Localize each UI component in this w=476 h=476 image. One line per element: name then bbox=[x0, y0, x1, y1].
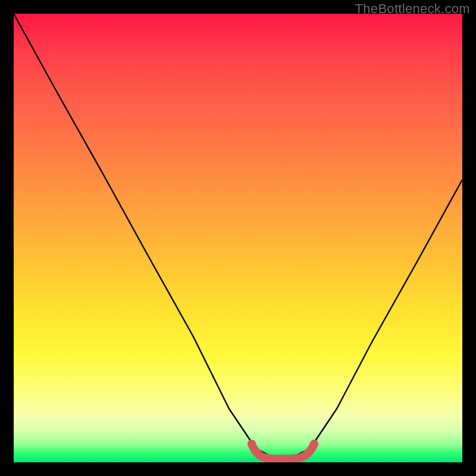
watermark-text: TheBottleneck.com bbox=[355, 1, 470, 17]
curve-path bbox=[14, 14, 462, 458]
optimal-zone-dot-right bbox=[310, 440, 318, 448]
bottleneck-curve bbox=[14, 14, 462, 462]
optimal-zone-dot-left bbox=[248, 440, 256, 448]
optimal-zone-path bbox=[252, 444, 314, 459]
chart-plot-area bbox=[14, 14, 462, 462]
chart-frame: TheBottleneck.com bbox=[0, 0, 476, 476]
